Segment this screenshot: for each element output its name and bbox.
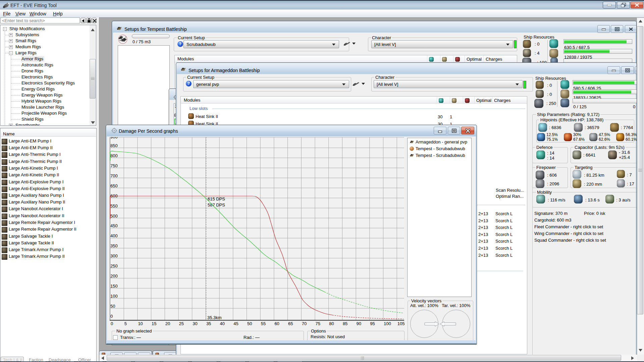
svg-text:615 DPS: 615 DPS [208,196,225,201]
svg-text:50: 50 [110,304,115,309]
svg-text:500: 500 [110,214,118,219]
svg-text:85: 85 [343,321,347,326]
svg-text:45: 45 [233,321,238,326]
svg-text:35: 35 [206,321,211,326]
svg-text:550: 550 [110,203,118,208]
svg-text:300: 300 [110,253,118,258]
svg-text:0: 0 [111,321,113,326]
svg-text:35.3km: 35.3km [207,315,222,320]
svg-text:25: 25 [179,321,184,326]
svg-text:750: 750 [110,163,118,168]
svg-text:400: 400 [110,233,118,238]
svg-text:50: 50 [247,321,252,326]
svg-text:587 DPS: 587 DPS [208,202,225,207]
svg-text:15: 15 [152,321,156,326]
svg-text:900: 900 [110,137,118,139]
svg-text:5: 5 [124,321,127,326]
svg-text:600: 600 [110,193,118,198]
svg-text:650: 650 [110,183,118,188]
svg-text:350: 350 [110,243,118,248]
svg-text:105: 105 [397,321,405,326]
svg-text:0: 0 [110,314,113,319]
svg-text:95: 95 [370,321,375,326]
svg-text:10: 10 [138,321,143,326]
svg-text:80: 80 [329,321,334,326]
svg-text:250: 250 [110,263,118,268]
svg-text:700: 700 [110,173,118,178]
svg-text:55: 55 [261,321,266,326]
svg-text:200: 200 [110,274,118,279]
svg-text:20: 20 [165,321,170,326]
svg-text:70: 70 [302,321,307,326]
svg-text:90: 90 [357,321,361,326]
svg-text:75: 75 [316,321,320,326]
svg-text:150: 150 [110,284,118,289]
svg-text:450: 450 [110,223,118,228]
svg-text:100: 100 [384,321,391,326]
svg-text:850: 850 [110,143,118,148]
svg-text:40: 40 [220,321,225,326]
svg-text:65: 65 [288,321,293,326]
svg-text:800: 800 [110,153,118,158]
svg-text:60: 60 [274,321,279,326]
svg-text:30: 30 [193,321,197,326]
svg-text:100: 100 [110,294,118,299]
